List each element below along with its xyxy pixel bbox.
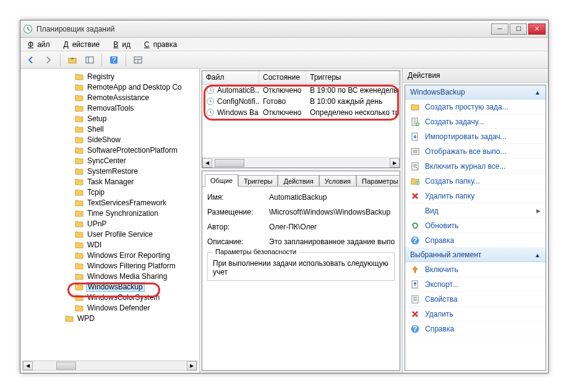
tree-item[interactable]: SoftwareProtectionPlatform bbox=[23, 145, 197, 155]
tree-item[interactable]: WindowsColorSystem bbox=[23, 292, 197, 302]
folder-icon bbox=[75, 304, 84, 312]
task-list-scrollbar[interactable]: ◀ ▶ bbox=[202, 157, 400, 168]
action-item[interactable]: ?Справка bbox=[405, 322, 546, 336]
panel-toggle-button[interactable] bbox=[83, 53, 96, 67]
action-item[interactable]: Удалить папку bbox=[405, 189, 546, 203]
tab-1[interactable]: Триггеры bbox=[238, 175, 278, 187]
action-item[interactable]: Создать папку... bbox=[405, 174, 546, 189]
tree-item[interactable]: RemovalTools bbox=[23, 103, 197, 113]
tree-item[interactable]: SystemRestore bbox=[23, 166, 197, 176]
task-list-header[interactable]: ФайлСостояниеТриггеры bbox=[202, 71, 400, 85]
client-area: RegistryRemoteApp and Desktop CoRemoteAs… bbox=[20, 69, 548, 373]
delete-red-icon bbox=[410, 309, 420, 319]
tree-item[interactable]: SyncCenter bbox=[23, 155, 197, 166]
help-button[interactable]: ? bbox=[107, 53, 121, 67]
folder-icon bbox=[75, 147, 84, 154]
task-list-rows[interactable]: AutomaticB...ОтключеноВ 19:00 по ВС ежен… bbox=[202, 85, 400, 157]
tree-item-label: Windows Defender bbox=[86, 304, 151, 312]
field-name-label: Имя: bbox=[207, 193, 269, 202]
scroll-left-button[interactable]: ◀ bbox=[202, 158, 212, 168]
task-row[interactable]: AutomaticB...ОтключеноВ 19:00 по ВС ежен… bbox=[202, 85, 400, 96]
tree-item[interactable]: TextServicesFramework bbox=[23, 197, 197, 208]
menu-view[interactable]: Вид bbox=[109, 39, 138, 50]
close-button[interactable]: ✕ bbox=[528, 23, 546, 35]
column-header[interactable]: Состояние bbox=[259, 71, 306, 84]
action-item[interactable]: Включить bbox=[405, 262, 546, 277]
action-item[interactable]: Включить журнал все... bbox=[405, 159, 546, 174]
field-name-value: AutomaticBackup bbox=[269, 193, 395, 202]
menu-help[interactable]: Справка bbox=[140, 39, 184, 50]
action-item[interactable]: ?Справка bbox=[405, 233, 546, 248]
action-label: Справка bbox=[425, 325, 454, 333]
task-row[interactable]: Windows Ba...ОтключеноОпределено несколь… bbox=[202, 107, 400, 118]
action-item[interactable]: Создать простую зада... bbox=[405, 100, 546, 114]
action-item[interactable]: Свойства bbox=[405, 292, 546, 307]
action-item[interactable]: Удалить bbox=[405, 307, 546, 322]
tab-4[interactable]: Параметры bbox=[356, 175, 400, 187]
menu-action[interactable]: Действие bbox=[60, 39, 108, 50]
maximize-button[interactable]: ☐ bbox=[510, 23, 527, 35]
tree-scrollbar[interactable]: ◀ ▶ bbox=[22, 360, 197, 371]
tree-item[interactable]: User Profile Service bbox=[23, 229, 197, 239]
tree-item[interactable]: WindowsBackup bbox=[23, 281, 197, 292]
action-item[interactable]: Отображать все выпо... bbox=[405, 144, 546, 159]
tree-item[interactable]: WDI bbox=[23, 239, 197, 250]
layout-button[interactable] bbox=[131, 53, 145, 67]
action-item[interactable]: Экспорт... bbox=[405, 277, 546, 292]
scroll-left-button[interactable]: ◀ bbox=[23, 361, 33, 370]
tree-item[interactable]: Windows Filtering Platform bbox=[23, 260, 197, 271]
actions-section-header[interactable]: WindowsBackup▲ bbox=[405, 85, 546, 100]
tree-item[interactable]: RemoteAssistance bbox=[23, 92, 197, 103]
tree-item[interactable]: Windows Media Sharing bbox=[23, 271, 197, 281]
tree-item[interactable]: Windows Error Reporting bbox=[23, 250, 197, 260]
tree-item[interactable]: SideShow bbox=[23, 134, 197, 145]
task-scheduler-window: Планировщик заданий ─ ☐ ✕ Файл Действие … bbox=[20, 20, 549, 373]
scroll-right-button[interactable]: ▶ bbox=[390, 158, 400, 168]
tree-panel: RegistryRemoteApp and Desktop CoRemoteAs… bbox=[20, 69, 200, 373]
column-header[interactable]: Файл bbox=[202, 71, 259, 84]
nav-back-button[interactable] bbox=[24, 53, 38, 67]
refresh-icon bbox=[410, 221, 420, 231]
tree-item-label: Time Synchronization bbox=[86, 209, 160, 218]
action-item[interactable]: Создать задачу... bbox=[405, 114, 546, 129]
tree-item[interactable]: Setup bbox=[23, 113, 197, 124]
tree-item[interactable]: Shell bbox=[23, 124, 197, 134]
task-row[interactable]: ConfigNotifi...ГотовоВ 10:00 каждый день bbox=[202, 96, 400, 107]
tree-item-label: Windows Media Sharing bbox=[86, 272, 168, 281]
scroll-thumb[interactable] bbox=[215, 159, 244, 167]
tree-item[interactable]: Registry bbox=[23, 71, 197, 82]
up-folder-button[interactable] bbox=[66, 53, 79, 67]
actions-section-header[interactable]: Выбранный элемент▲ bbox=[405, 248, 546, 262]
scroll-thumb[interactable] bbox=[56, 362, 76, 370]
minimize-button[interactable]: ─ bbox=[491, 23, 508, 35]
tree-item[interactable]: Task Manager bbox=[23, 176, 197, 187]
tree-item[interactable]: Windows Defender bbox=[23, 302, 197, 313]
field-author-label: Автор: bbox=[207, 223, 269, 231]
tab-general-content: Имя:AutomaticBackup Размещение:\Microsof… bbox=[202, 186, 400, 370]
titlebar[interactable]: Планировщик заданий ─ ☐ ✕ bbox=[20, 20, 548, 38]
action-item[interactable]: Вид▶ bbox=[405, 203, 546, 218]
collapse-icon[interactable]: ▲ bbox=[534, 252, 541, 258]
tab-3[interactable]: Условия bbox=[319, 175, 356, 187]
toolbar: ? bbox=[20, 51, 548, 69]
action-item[interactable]: Импортировать задач... bbox=[405, 129, 546, 144]
tab-0[interactable]: Общие bbox=[205, 174, 238, 187]
export-icon bbox=[410, 279, 420, 289]
tree-item[interactable]: WPD bbox=[23, 313, 197, 323]
collapse-icon[interactable]: ▲ bbox=[534, 89, 541, 96]
tree-item[interactable]: RemoteApp and Desktop Co bbox=[23, 82, 197, 92]
menu-file[interactable]: Файл bbox=[24, 39, 58, 50]
tree-view[interactable]: RegistryRemoteApp and Desktop CoRemoteAs… bbox=[23, 71, 197, 357]
tree-item[interactable]: Time Synchronization bbox=[23, 208, 197, 218]
nav-forward-button[interactable] bbox=[41, 53, 55, 67]
tree-item[interactable]: UPnP bbox=[23, 218, 197, 229]
tab-2[interactable]: Действия bbox=[278, 175, 319, 187]
column-header[interactable]: Триггеры bbox=[306, 71, 399, 84]
import-icon bbox=[410, 132, 420, 142]
tree-item-label: WDI bbox=[86, 241, 103, 249]
scroll-right-button[interactable]: ▶ bbox=[187, 361, 197, 370]
actions-panel: Действия WindowsBackup▲Создать простую з… bbox=[403, 69, 548, 373]
action-item[interactable]: Обновить bbox=[405, 218, 546, 233]
section-title: Выбранный элемент bbox=[410, 250, 481, 259]
tree-item[interactable]: Tcpip bbox=[23, 187, 197, 197]
